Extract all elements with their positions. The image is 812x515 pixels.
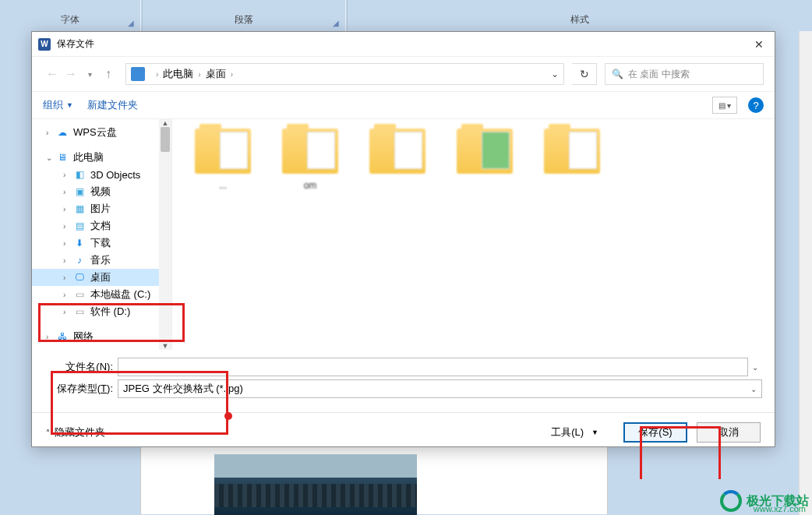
chevron-right-icon: › <box>198 70 200 79</box>
folder-tree: ›☁WPS云盘 ⌄🖥此电脑 ›◧3D Objects ›▣视频 ›▦图片 ›▤文… <box>32 119 172 350</box>
tree-wps-cloud[interactable]: ›☁WPS云盘 <box>32 124 171 141</box>
chevron-down-icon: ⌄ <box>750 385 757 393</box>
drive-icon: ▭ <box>72 288 86 301</box>
dialog-body: ›☁WPS云盘 ⌄🖥此电脑 ›◧3D Objects ›▣视频 ›▦图片 ›▤文… <box>32 119 775 350</box>
document-image <box>214 454 417 515</box>
view-options-button[interactable]: ▤ ▾ <box>712 97 737 114</box>
toolbar-row: 组织 ▼ 新建文件夹 ▤ ▾ ? <box>32 91 775 119</box>
logo-icon <box>720 490 742 512</box>
address-row: ← → ▾ ↑ › 此电脑 › 桌面 › ⌄ ↻ 🔍 在 桌面 中搜索 <box>32 57 775 91</box>
filename-input[interactable] <box>118 358 748 376</box>
desktop-icon: 🖵 <box>72 271 86 284</box>
filename-label: 文件名(N): <box>48 360 113 374</box>
back-button[interactable]: ← <box>43 67 62 81</box>
folder-item[interactable]: ... <box>188 129 258 202</box>
download-icon: ⬇ <box>72 237 86 249</box>
music-icon: ♪ <box>72 254 86 266</box>
chevron-right-icon: › <box>231 70 233 79</box>
font-launcher-icon[interactable]: ◢ <box>128 19 136 26</box>
document-icon: ▤ <box>72 220 86 232</box>
tree-documents[interactable]: ›▤文档 <box>32 217 171 235</box>
cloud-icon: ☁ <box>55 126 69 139</box>
chevron-right-icon: › <box>156 70 158 79</box>
forward-button[interactable]: → <box>62 67 80 81</box>
tree-videos[interactable]: ›▣视频 <box>32 183 171 200</box>
watermark-url: www.xz7.com <box>754 504 806 513</box>
document-scrollbar[interactable] <box>799 31 812 515</box>
breadcrumb[interactable]: › 此电脑 › 桌面 › ⌄ <box>125 63 564 85</box>
hide-folders-toggle[interactable]: ˄ 隐藏文件夹 <box>46 425 105 439</box>
up-button[interactable]: ↑ <box>99 67 118 81</box>
folder-item[interactable] <box>362 129 432 202</box>
dialog-footer: ˄ 隐藏文件夹 工具(L) ▼ 保存(S) 取消 <box>32 413 775 452</box>
new-folder-button[interactable]: 新建文件夹 <box>87 98 138 112</box>
tree-downloads[interactable]: ›⬇下载 <box>32 235 171 252</box>
tools-label: 工具(L) <box>551 425 584 439</box>
help-button[interactable]: ? <box>748 97 764 113</box>
tree-3d-objects[interactable]: ›◧3D Objects <box>32 166 171 183</box>
dialog-title: 保存文件 <box>57 37 737 51</box>
close-button[interactable]: ✕ <box>737 38 768 51</box>
organize-menu[interactable]: 组织 ▼ <box>43 98 73 112</box>
paragraph-launcher-icon[interactable]: ◢ <box>333 19 341 26</box>
ribbon: 字体 ◢ 段落 ◢ 样式 <box>0 0 812 31</box>
tree-c-drive[interactable]: ›▭本地磁盘 (C:) <box>32 286 171 303</box>
filetype-label: 保存类型(T): <box>48 382 113 396</box>
network-icon: 🖧 <box>55 330 69 343</box>
breadcrumb-desktop[interactable]: 桌面 <box>206 67 226 81</box>
ribbon-group-paragraph: 段落 ◢ <box>143 0 345 31</box>
scroll-down-icon[interactable]: ▼ <box>159 342 171 350</box>
pc-icon <box>131 67 145 81</box>
picture-icon: ▦ <box>72 203 86 215</box>
ribbon-para-label: 段落 <box>235 13 253 26</box>
organize-label: 组织 <box>43 98 63 112</box>
filename-dropdown-icon[interactable]: ⌄ <box>748 363 762 372</box>
cube-icon: ◧ <box>72 168 86 181</box>
ribbon-group-font: 字体 ◢ <box>0 0 140 31</box>
tree-pictures[interactable]: ›▦图片 <box>32 200 171 217</box>
hide-folders-label: 隐藏文件夹 <box>55 425 105 439</box>
word-icon: W <box>38 38 51 51</box>
pc-icon: 🖥 <box>55 151 69 164</box>
file-list[interactable]: ... om <box>172 119 775 350</box>
folder-item[interactable] <box>450 129 520 202</box>
ribbon-font-label: 字体 <box>61 13 79 26</box>
tree-this-pc[interactable]: ⌄🖥此电脑 <box>32 149 171 166</box>
cancel-button[interactable]: 取消 <box>697 422 761 443</box>
filetype-select[interactable]: JPEG 文件交换格式 (*.jpg) ⌄ <box>118 379 762 398</box>
chevron-down-icon: ▼ <box>591 429 598 436</box>
save-file-dialog: W 保存文件 ✕ ← → ▾ ↑ › 此电脑 › 桌面 › ⌄ ↻ 🔍 在 桌面… <box>31 31 775 447</box>
ribbon-group-style: 样式 <box>348 0 812 31</box>
folder-item[interactable]: om <box>275 129 345 202</box>
tree-d-drive[interactable]: ›▭软件 (D:) <box>32 303 171 320</box>
scroll-thumb[interactable] <box>161 127 170 152</box>
filetype-value: JPEG 文件交换格式 (*.jpg) <box>123 382 243 396</box>
tree-music[interactable]: ›♪音乐 <box>32 252 171 269</box>
ribbon-style-label: 样式 <box>570 13 589 26</box>
save-button[interactable]: 保存(S) <box>623 422 687 443</box>
chevron-up-icon: ˄ <box>46 429 50 437</box>
video-icon: ▣ <box>72 185 86 198</box>
tree-scrollbar[interactable]: ▲ ▼ <box>159 119 171 350</box>
recent-dropdown-icon[interactable]: ▾ <box>80 70 99 79</box>
breadcrumb-dropdown-icon[interactable]: ⌄ <box>551 69 559 79</box>
tree-desktop[interactable]: ›🖵桌面 <box>32 269 171 286</box>
search-input[interactable]: 🔍 在 桌面 中搜索 <box>605 63 764 85</box>
breadcrumb-pc[interactable]: 此电脑 <box>163 67 193 81</box>
tools-menu[interactable]: 工具(L) ▼ <box>551 425 598 439</box>
scroll-up-icon[interactable]: ▲ <box>159 119 171 127</box>
search-placeholder: 在 桌面 中搜索 <box>628 68 690 81</box>
drive-icon: ▭ <box>72 305 86 318</box>
save-fields: 文件名(N): ⌄ 保存类型(T): JPEG 文件交换格式 (*.jpg) ⌄ <box>32 350 775 406</box>
search-icon: 🔍 <box>612 69 623 79</box>
chevron-down-icon: ▼ <box>66 101 73 109</box>
tree-network[interactable]: ›🖧网络 <box>32 328 171 345</box>
refresh-button[interactable]: ↻ <box>572 63 597 85</box>
folder-item[interactable] <box>537 129 607 202</box>
dialog-titlebar: W 保存文件 ✕ <box>32 32 775 57</box>
